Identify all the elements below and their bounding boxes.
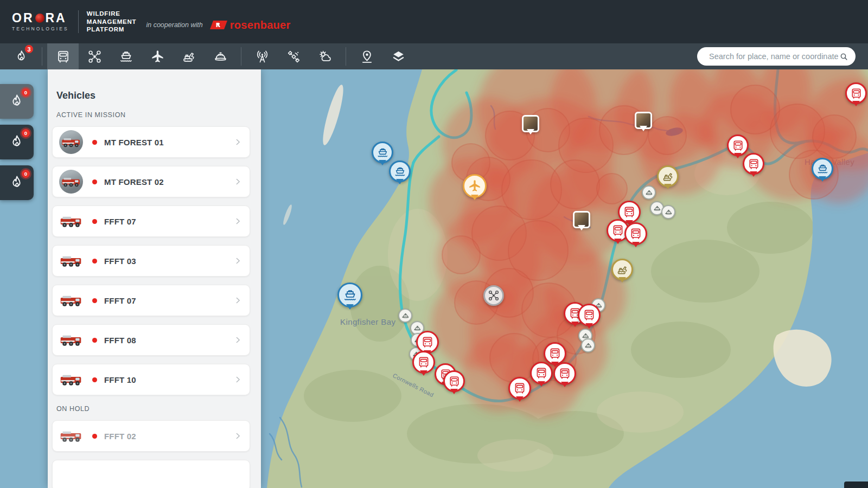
alert-badge-count: 0: [22, 170, 30, 178]
vehicle-name: FFFT 08: [104, 336, 136, 345]
excavator-icon: [182, 49, 196, 64]
excavator-marker[interactable]: [611, 259, 633, 280]
ship-marker[interactable]: [337, 282, 362, 307]
vehicle-name: FFFT 07: [104, 217, 136, 226]
search-box[interactable]: [697, 47, 856, 66]
vehicle-card[interactable]: FFFT 07: [52, 206, 250, 237]
search-input[interactable]: [708, 52, 839, 61]
tool-fire[interactable]: 3: [5, 43, 37, 69]
fire-alerts-column: 000: [0, 84, 34, 206]
vehicle-name: MT FOREST 02: [104, 177, 164, 187]
fire-truck-image: [59, 253, 83, 269]
ship-icon: [119, 49, 133, 64]
truck-marker[interactable]: [416, 331, 439, 354]
truck-marker[interactable]: [443, 370, 465, 392]
truck-marker[interactable]: [578, 304, 601, 326]
truck-marker[interactable]: [624, 222, 647, 245]
cooperation-text: in cooperation with: [146, 21, 202, 29]
alert-badge: 0: [20, 127, 31, 139]
truck-icon: [748, 158, 760, 170]
tool-excavator[interactable]: [173, 43, 205, 69]
helmet-marker[interactable]: [661, 205, 675, 219]
truck-marker[interactable]: [544, 342, 566, 365]
camera-thumbnail: [575, 213, 589, 227]
ship-icon: [816, 163, 829, 175]
vehicles-panel: Vehicles ACTIVE IN MISSIONMT FOREST 01MT…: [48, 69, 261, 488]
toolbar-divider: [241, 47, 241, 66]
excavator-marker[interactable]: [657, 165, 679, 187]
helmet-marker[interactable]: [398, 309, 412, 323]
tool-layers[interactable]: [382, 43, 414, 69]
truck-icon: [448, 375, 461, 388]
vehicle-name: FFFT 02: [104, 432, 136, 441]
helmet-icon: [401, 312, 410, 320]
toolbar-divider: [346, 47, 346, 66]
brand-block: ORRA TECHNOLOGIES WILDFIRE MANAGEMENT PL…: [12, 10, 136, 34]
vehicle-thumbnail: [59, 130, 83, 154]
fire-truck-image: [61, 175, 81, 189]
tool-ship[interactable]: [110, 43, 142, 69]
fire-truck-image: [61, 136, 81, 149]
cooperation-block: in cooperation with rosenbauer: [146, 19, 290, 31]
vehicle-card[interactable]: FFFT 02: [52, 420, 250, 452]
ship-marker[interactable]: [812, 158, 833, 179]
vehicle-card[interactable]: FFFT 08: [52, 324, 250, 356]
helmet-icon: [665, 208, 673, 216]
camera-marker[interactable]: [635, 112, 652, 129]
fire-alert-card[interactable]: 0: [0, 165, 34, 200]
notification-badge: 3: [24, 44, 34, 54]
tool-pin[interactable]: [351, 43, 382, 69]
drone-marker[interactable]: [483, 285, 504, 306]
truck-marker[interactable]: [553, 362, 576, 385]
vehicle-card[interactable]: FFFT 07: [52, 285, 250, 316]
vehicle-thumbnail: [59, 424, 83, 448]
vehicle-card[interactable]: MT FOREST 02: [52, 166, 250, 197]
status-dot: [92, 338, 97, 343]
truck-marker[interactable]: [845, 82, 867, 104]
truck-marker[interactable]: [743, 153, 764, 175]
camera-thumbnail: [636, 113, 650, 127]
truck-marker[interactable]: [727, 134, 749, 156]
tool-satellite[interactable]: [278, 43, 309, 69]
antenna-icon: [255, 49, 270, 64]
truck-marker[interactable]: [530, 362, 553, 384]
fire-truck-image: [59, 372, 83, 388]
fire-alert-card[interactable]: 0: [0, 125, 34, 159]
helmet-marker[interactable]: [642, 185, 656, 200]
truck-marker[interactable]: [412, 351, 435, 374]
alert-badge: 0: [20, 87, 31, 98]
header-divider: [78, 10, 79, 33]
section-label: ON HOLD: [56, 405, 261, 413]
satellite-icon: [286, 49, 301, 64]
ship-marker[interactable]: [389, 160, 411, 182]
tool-antenna[interactable]: [246, 43, 278, 69]
vehicle-name: FFFT 10: [104, 375, 136, 384]
ship-marker[interactable]: [372, 142, 393, 163]
helmet-icon: [645, 189, 653, 197]
weather-icon: [318, 49, 333, 64]
vehicle-card[interactable]: [52, 460, 250, 488]
plane-icon: [150, 49, 165, 64]
helmet-marker[interactable]: [581, 338, 595, 352]
truck-icon: [417, 356, 430, 369]
app-header: ORRA TECHNOLOGIES WILDFIRE MANAGEMENT PL…: [0, 0, 868, 43]
vehicle-card[interactable]: FFFT 10: [52, 364, 250, 395]
vehicle-card[interactable]: FFFT 03: [52, 245, 250, 277]
vehicle-thumbnail: [59, 368, 83, 391]
status-dot: [92, 219, 97, 224]
search-icon[interactable]: [839, 52, 848, 61]
fire-truck-image: [59, 332, 83, 348]
tool-helmet[interactable]: [205, 43, 236, 69]
status-dot: [92, 434, 97, 439]
tool-plane[interactable]: [142, 43, 173, 69]
plane-marker[interactable]: [463, 174, 487, 198]
tool-truck[interactable]: [47, 43, 79, 69]
tool-weather[interactable]: [309, 43, 341, 69]
tool-drone[interactable]: [79, 43, 110, 69]
truck-marker[interactable]: [508, 377, 531, 400]
fire-alert-card[interactable]: 0: [0, 84, 34, 119]
vehicle-card[interactable]: MT FOREST 01: [52, 126, 250, 158]
camera-marker[interactable]: [522, 115, 539, 132]
status-dot: [92, 259, 97, 264]
camera-marker[interactable]: [573, 211, 590, 228]
